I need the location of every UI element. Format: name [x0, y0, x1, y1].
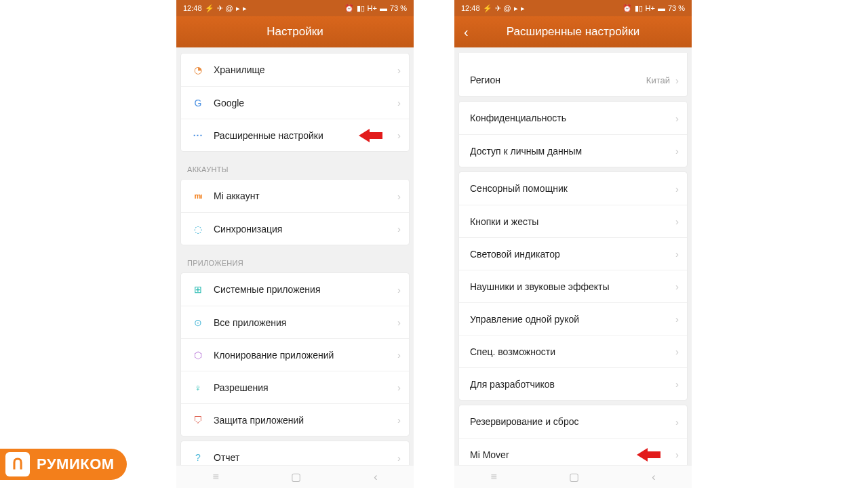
settings-row[interactable]: Mi Mover›	[459, 438, 687, 465]
settings-row[interactable]: Для разработчиков›	[459, 367, 687, 400]
chevron-right-icon: ›	[675, 378, 679, 390]
bolt-icon: ⚡	[205, 4, 214, 13]
signal-icon: ▮▯	[635, 4, 643, 13]
chevron-right-icon: ›	[675, 416, 679, 428]
row-label: Световой индикатор	[470, 249, 675, 260]
shield-icon: ⛉	[189, 415, 207, 426]
chevron-right-icon: ›	[397, 129, 401, 141]
chevron-right-icon: ›	[675, 346, 679, 357]
settings-row[interactable]: ◔Хранилище›	[181, 54, 409, 86]
permissions-icon: ♀	[189, 382, 207, 393]
status-time: 12:48	[183, 4, 202, 12]
nav-home-icon[interactable]: ▢	[291, 470, 301, 483]
row-label: Защита приложений	[214, 415, 397, 426]
settings-row[interactable]: ◌Синхронизация›	[181, 212, 409, 245]
chevron-right-icon: ›	[675, 216, 679, 227]
settings-row[interactable]: Доступ к личным данным›	[459, 134, 687, 167]
row-label: Расширенные настройки	[214, 130, 397, 141]
phone-settings: 12:48 ⚡ ✈ @ ▸ ▸ ⏰ ▮▯ H+ ▬ 73 % Настройки…	[176, 0, 414, 488]
settings-row[interactable]: ♀Разрешения›	[181, 371, 409, 403]
header: Настройки	[176, 16, 414, 47]
back-button[interactable]: ‹	[464, 25, 469, 39]
settings-group-report: ?Отчет›	[180, 441, 410, 465]
chevron-right-icon: ›	[397, 349, 401, 361]
brand-logo-icon: ᑎ	[5, 452, 30, 476]
chevron-right-icon: ›	[675, 248, 679, 260]
settings-row[interactable]: ⊞Системные приложения›	[181, 273, 409, 306]
row-label: Спец. возможности	[470, 346, 675, 357]
clone-icon: ⬡	[189, 350, 207, 361]
bolt-icon: ⚡	[483, 4, 492, 13]
chevron-right-icon: ›	[397, 452, 401, 464]
row-label: Наушники и звуковые эффекты	[470, 281, 675, 292]
play-icon-2: ▸	[521, 4, 525, 13]
row-label: Хранилище	[214, 64, 397, 75]
settings-row[interactable]: Спец. возможности›	[459, 335, 687, 367]
settings-row[interactable]: Наушники и звуковые эффекты›	[459, 270, 687, 302]
row-label: Все приложения	[214, 317, 397, 328]
phone-advanced-settings: 12:48 ⚡ ✈ @ ▸ ▸ ⏰ ▮▯ H+ ▬ 73 % ‹ Расшире…	[454, 0, 692, 488]
settings-row[interactable]: GGoogle›	[181, 86, 409, 119]
settings-group-apps: ⊞Системные приложения›⊙Все приложения›⬡К…	[180, 272, 410, 436]
header: ‹ Расширенные настройки	[454, 16, 692, 47]
group-privacy: Конфиденциальность›Доступ к личным данны…	[458, 101, 688, 167]
row-label: Резервирование и сброс	[470, 416, 675, 427]
row-label: Google	[214, 98, 397, 108]
chevron-right-icon: ›	[397, 382, 401, 393]
brand-badge: ᑎ РУМИКОМ	[0, 449, 127, 480]
settings-row[interactable]: ⛉Защита приложений›	[181, 403, 409, 436]
settings-row[interactable]: Резервирование и сброс›	[459, 405, 687, 438]
report-icon: ?	[189, 452, 207, 463]
at-icon: @	[226, 4, 233, 12]
chevron-right-icon: ›	[675, 145, 679, 157]
row-label: Синхронизация	[214, 224, 397, 235]
row-label: Клонирование приложений	[214, 350, 397, 361]
chevron-right-icon: ›	[397, 97, 401, 108]
play-icon-2: ▸	[243, 4, 247, 13]
row-label: Регион	[470, 75, 646, 85]
row-label: Mi аккаунт	[214, 190, 397, 201]
nav-recent-icon[interactable]: ≡	[212, 471, 218, 483]
settings-row[interactable]: mıMi аккаунт›	[181, 180, 409, 212]
status-bar: 12:48 ⚡ ✈ @ ▸ ▸ ⏰ ▮▯ H+ ▬ 73 %	[454, 0, 692, 16]
storage-icon: ◔	[189, 64, 207, 75]
sync-icon: ◌	[189, 224, 207, 235]
nav-recent-icon[interactable]: ≡	[490, 471, 496, 483]
alarm-icon: ⏰	[623, 4, 632, 13]
chevron-right-icon: ›	[675, 281, 679, 292]
battery-percent: 73 %	[668, 4, 685, 12]
alarm-icon: ⏰	[344, 4, 354, 13]
nav-back-icon[interactable]: ‹	[652, 471, 655, 483]
settings-row[interactable]: ···Расширенные настройки›	[181, 119, 409, 151]
section-accounts: АККАУНТЫ	[180, 156, 410, 179]
chevron-right-icon: ›	[397, 64, 401, 76]
row-label: Сенсорный помощник	[470, 183, 675, 194]
play-icon: ▸	[514, 4, 518, 13]
battery-icon: ▬	[380, 4, 387, 12]
settings-row[interactable]: ⊙Все приложения›	[181, 306, 409, 338]
settings-row[interactable]: РегионКитай›	[459, 64, 687, 96]
network-type: H+	[646, 4, 655, 12]
nav-back-icon[interactable]: ‹	[374, 471, 377, 483]
page-title: Расширенные настройки	[507, 25, 639, 39]
settings-row[interactable]: Сенсорный помощник›	[459, 172, 687, 205]
settings-row[interactable]: Конфиденциальность›	[459, 102, 687, 134]
settings-row[interactable]: Управление одной рукой›	[459, 302, 687, 335]
settings-row[interactable]: Кнопки и жесты›	[459, 205, 687, 237]
row-label: Для разработчиков	[470, 379, 675, 390]
apps-icon: ⊞	[189, 284, 207, 295]
settings-row[interactable]: Световой индикатор›	[459, 237, 687, 270]
signal-icon: ▮▯	[357, 4, 365, 13]
row-label: Системные приложения	[214, 284, 397, 295]
settings-row[interactable]: ⬡Клонирование приложений›	[181, 338, 409, 371]
battery-percent: 73 %	[390, 4, 407, 12]
status-time: 12:48	[461, 4, 480, 12]
nav-home-icon[interactable]: ▢	[569, 470, 579, 483]
more-icon: ···	[189, 130, 207, 141]
settings-row[interactable]: ?Отчет›	[181, 441, 409, 465]
row-value: Китай	[646, 75, 670, 85]
network-type: H+	[368, 4, 377, 12]
group-controls: Сенсорный помощник›Кнопки и жесты›Светов…	[458, 171, 688, 401]
row-label: Доступ к личным данным	[470, 146, 675, 157]
chevron-right-icon: ›	[675, 449, 679, 460]
